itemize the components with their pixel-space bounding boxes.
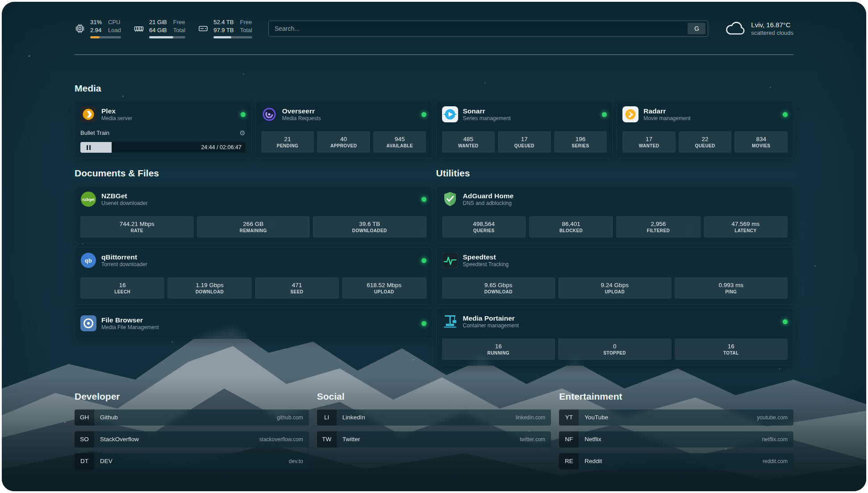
bookmark-item-netflix[interactable]: NF Netflix netflix.com	[559, 431, 793, 447]
disk-free-label: Free	[240, 19, 252, 26]
service-card-portainer[interactable]: Media Portainer Container management 16R…	[436, 308, 794, 366]
service-card-sonarr[interactable]: Sonarr Series management 485WANTED 17QUE…	[436, 101, 613, 159]
stat-value: 86,401	[562, 221, 580, 227]
stat-upload: 618.52 MbpsUPLOAD	[342, 277, 426, 299]
portainer-titles: Media Portainer Container management	[463, 314, 519, 330]
svg-text:nzbget: nzbget	[82, 197, 95, 202]
screen: 31% CPU 2.94 Load 21 GiB Free 64 GiB	[0, 0, 868, 493]
plex-icon	[80, 106, 96, 122]
service-name: Overseerr	[282, 107, 321, 115]
stat-value: 834	[756, 136, 766, 142]
sonarr-stats: 485WANTED 17QUEUED 196SERIES	[442, 131, 607, 153]
stat-value: 498,564	[473, 221, 495, 227]
service-card-plex[interactable]: Plex Media server Bullet Train ⚙ 24:44 /…	[75, 101, 251, 159]
stat-value: 16	[728, 343, 734, 350]
service-card-radarr[interactable]: Radarr Movie management 17WANTED 22QUEUE…	[617, 101, 793, 159]
stat-rate: 744.21 MbpsRATE	[80, 216, 194, 238]
service-name: qBittorrent	[101, 253, 147, 261]
stat-label: FILTERED	[647, 228, 670, 233]
service-card-speedtest[interactable]: Speedtest Speedtest Tracking 9.65 GbpsDO…	[436, 247, 794, 305]
stat-label: WANTED	[639, 143, 659, 148]
bookmark-name: Github	[100, 414, 118, 421]
stat-label: UPLOAD	[374, 289, 394, 294]
topbar: 31% CPU 2.94 Load 21 GiB Free 64 GiB	[75, 2, 793, 39]
gear-icon[interactable]: ⚙	[239, 130, 245, 136]
weather-text: Lviv, 16.87°C scattered clouds	[751, 21, 793, 36]
stat-value: 485	[463, 136, 474, 142]
filebrowser-titles: File Browser Media File Management	[101, 316, 159, 331]
status-dot	[602, 112, 607, 117]
service-subtitle: Media Requests	[282, 115, 321, 122]
radarr-icon	[622, 106, 638, 122]
stat-remaining: 266 GBREMAINING	[197, 216, 310, 238]
memory-icon	[134, 23, 144, 34]
service-subtitle: Media File Management	[101, 324, 159, 331]
playback-progress-bar[interactable]: 24:44 / 02:06:47	[80, 142, 246, 153]
stat-queued: 17QUEUED	[498, 131, 551, 153]
portainer-header: Media Portainer Container management	[442, 313, 788, 330]
adguard-icon	[442, 191, 458, 207]
status-dot	[241, 112, 246, 117]
stat-wanted: 485WANTED	[442, 131, 495, 153]
stat-upload: 9.24 GbpsUPLOAD	[558, 277, 672, 299]
speedtest-stats: 9.65 GbpsDOWNLOAD 9.24 GbpsUPLOAD 0.993 …	[442, 277, 788, 299]
bookmark-url: linkedin.com	[516, 414, 546, 421]
stat-approved: 40APPROVED	[317, 131, 370, 153]
dashboard-window: 31% CPU 2.94 Load 21 GiB Free 64 GiB	[2, 2, 866, 491]
disk-usage-bar	[213, 36, 252, 38]
search-provider-button[interactable]: G	[688, 23, 705, 34]
nzbget-titles: NZBGet Usenet downloader	[101, 192, 147, 207]
service-card-filebrowser[interactable]: File Browser Media File Management	[75, 308, 432, 339]
stat-value: 39.6 TB	[359, 221, 380, 227]
stat-seed: 471SEED	[255, 277, 339, 299]
bookmark-item-twitter[interactable]: TW Twitter twitter.com	[317, 431, 551, 447]
bookmark-url: twitter.com	[520, 436, 545, 443]
service-card-overseerr[interactable]: Overseerr Media Requests 21PENDING 40APP…	[255, 101, 432, 159]
bookmark-item-github[interactable]: GH Github github.com	[75, 409, 309, 426]
bookmark-group-developer: Developer GH Github github.com SO StackO…	[75, 391, 309, 469]
qbittorrent-titles: qBittorrent Torrent downloader	[101, 253, 147, 268]
section-title-utilities: Utilities	[436, 167, 794, 179]
bookmark-group-entertainment: Entertainment YT YouTube youtube.com NF …	[559, 391, 793, 469]
cpu-label: CPU	[108, 19, 121, 26]
pause-button[interactable]	[84, 144, 92, 150]
stat-value: 9.65 Gbps	[484, 282, 512, 288]
service-subtitle: DNS and adblocking	[463, 200, 514, 207]
stat-queries: 498,564QUERIES	[442, 216, 526, 238]
service-card-nzbget[interactable]: nzbget NZBGet Usenet downloader 744.21 M…	[75, 186, 432, 243]
bookmark-abbr: SO	[75, 431, 94, 447]
stat-value: 21	[284, 136, 291, 142]
cpu-stats: 31% CPU 2.94 Load	[90, 19, 121, 39]
bookmark-item-linkedin[interactable]: LI LinkedIn linkedin.com	[317, 409, 551, 426]
bookmark-name: DEV	[100, 458, 113, 464]
service-subtitle: Usenet downloader	[101, 200, 147, 207]
stat-value: 196	[576, 136, 586, 142]
bookmark-name: Netflix	[584, 436, 601, 443]
search-input[interactable]	[275, 25, 688, 32]
service-card-qbittorrent[interactable]: qb qBittorrent Torrent downloader 16LEEC…	[75, 247, 432, 305]
bookmark-item-youtube[interactable]: YT YouTube youtube.com	[559, 409, 793, 426]
service-name: Sonarr	[463, 107, 511, 115]
bookmarks-section: Developer GH Github github.com SO StackO…	[75, 391, 793, 469]
overseerr-titles: Overseerr Media Requests	[282, 107, 321, 122]
stat-value: 618.52 Mbps	[367, 282, 401, 288]
memory-total-label: Total	[173, 27, 185, 34]
bookmark-item-dev[interactable]: DT DEV dev.to	[75, 453, 309, 469]
service-card-adguard[interactable]: AdGuard Home DNS and adblocking 498,564Q…	[436, 186, 794, 243]
status-dot	[783, 319, 788, 324]
memory-stats: 21 GiB Free 64 GiB Total	[149, 19, 185, 39]
bookmark-name: Reddit	[584, 458, 602, 464]
stat-label: MOVIES	[752, 143, 770, 148]
search-box[interactable]: G	[268, 21, 708, 37]
bookmark-item-reddit[interactable]: RE Reddit reddit.com	[559, 453, 793, 469]
stat-label: WANTED	[458, 143, 479, 148]
stat-leech: 16LEECH	[80, 277, 164, 299]
portainer-stats: 16RUNNING 0STOPPED 16TOTAL	[442, 338, 788, 360]
service-subtitle: Speedtest Tracking	[463, 261, 509, 268]
stat-pending: 21PENDING	[261, 131, 314, 153]
bookmark-item-stackoverflow[interactable]: SO StackOverflow stackoverflow.com	[75, 431, 309, 447]
bookmark-url: github.com	[277, 414, 303, 421]
now-playing-row: Bullet Train ⚙	[80, 130, 246, 136]
overseerr-icon	[261, 106, 277, 122]
stat-wanted: 17WANTED	[622, 131, 676, 153]
